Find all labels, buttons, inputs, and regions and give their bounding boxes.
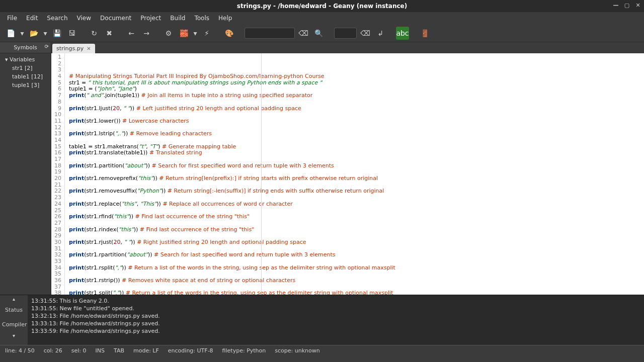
save-all-icon[interactable]: 🖫 [65, 27, 78, 40]
status-filetype[interactable]: filetype: Python [222, 347, 266, 354]
menu-project[interactable]: Project [136, 13, 165, 23]
goto-clear-icon[interactable]: ⌫ [359, 27, 372, 40]
status-ins[interactable]: INS [96, 347, 105, 354]
menu-document[interactable]: Document [96, 13, 135, 23]
symbol-item[interactable]: tuple1 [3] [1, 81, 50, 89]
menu-file[interactable]: File [3, 13, 21, 23]
scroll-down-icon[interactable]: ▾ [0, 332, 28, 339]
code-editor[interactable]: 1234567891011121314151617181920212223242… [51, 53, 644, 295]
color-chooser-icon[interactable]: 🎨 [222, 27, 235, 40]
close-file-icon[interactable]: ✖ [103, 27, 116, 40]
menu-help[interactable]: Help [214, 13, 236, 23]
reload-icon[interactable]: ↻ [88, 27, 101, 40]
refresh-icon[interactable]: ⟳ [45, 44, 49, 49]
nav-forward-icon[interactable]: → [140, 27, 153, 40]
build-dropdown[interactable]: ▾ [192, 27, 198, 40]
find-button-icon[interactable]: 🔍 [312, 27, 325, 40]
status-line: line: 4 / 50 [5, 347, 35, 354]
menu-search[interactable]: Search [43, 13, 71, 23]
log-line: 13:33:59: File /home/edward/strings.py s… [31, 327, 641, 335]
goto-button-icon[interactable]: ↲ [374, 27, 387, 40]
save-file-icon[interactable]: 💾 [50, 27, 63, 40]
bottom-tab-compiler[interactable]: Compiler [0, 317, 28, 332]
bottom-panel: ▴ Status Compiler ▾ 13:31:55: This is Ge… [0, 295, 644, 345]
sidebar-tab-symbols[interactable]: Symbols ⟳ [0, 42, 51, 53]
window-title: strings.py - /home/edward - Geany (new i… [237, 3, 407, 10]
log-line: 13:32:13: File /home/edward/strings.py s… [31, 312, 641, 320]
menu-edit[interactable]: Edit [22, 13, 42, 23]
bottom-tab-status[interactable]: Status [0, 303, 28, 317]
build-icon[interactable]: 🧱 [177, 27, 190, 40]
compile-icon[interactable]: ⚙ [162, 27, 175, 40]
status-scope: scope: unknown [275, 347, 319, 354]
message-log: 13:31:55: This is Geany 2.0.13:31:55: Ne… [28, 295, 644, 345]
find-clear-icon[interactable]: ⌫ [297, 27, 310, 40]
new-file-icon[interactable]: 📄 [4, 27, 17, 40]
log-line: 13:31:55: New file "untitled" opened. [31, 305, 641, 312]
status-tab[interactable]: TAB [114, 347, 124, 354]
editor-tabbar: strings.py ✕ [51, 42, 644, 53]
menu-view[interactable]: View [73, 13, 95, 23]
new-file-dropdown[interactable]: ▾ [19, 27, 25, 40]
status-sel: sel: 0 [71, 347, 87, 354]
symbol-item[interactable]: str1 [2] [1, 64, 50, 72]
log-line: 13:31:55: This is Geany 2.0. [31, 297, 641, 305]
tree-section-variables[interactable]: ▾ Variables [1, 55, 50, 64]
editor-tab[interactable]: strings.py ✕ [52, 44, 95, 53]
scroll-up-icon[interactable]: ▴ [0, 295, 28, 303]
sidebar: Symbols ⟳ ▾ Variables str1 [2]table1 [12… [0, 42, 51, 295]
titlebar: strings.py - /home/edward - Geany (new i… [0, 0, 644, 12]
check-syntax-icon[interactable]: abc [396, 27, 409, 40]
margin-line [261, 53, 262, 295]
minimize-icon[interactable]: — [612, 1, 620, 9]
status-encoding[interactable]: encoding: UTF-8 [168, 347, 213, 354]
status-col: col: 26 [44, 347, 62, 354]
statusbar: line: 4 / 50 col: 26 sel: 0 INS TAB mode… [0, 345, 644, 356]
line-gutter: 1234567891011121314151617181920212223242… [51, 53, 65, 295]
quit-icon[interactable]: 🚪 [418, 27, 431, 40]
log-line: 13:33:13: File /home/edward/strings.py s… [31, 320, 641, 327]
tab-label: strings.py [56, 45, 84, 52]
open-file-icon[interactable]: 📂 [27, 27, 40, 40]
goto-input[interactable] [334, 28, 357, 39]
open-file-dropdown[interactable]: ▾ [42, 27, 48, 40]
status-mode[interactable]: mode: LF [133, 347, 159, 354]
nav-back-icon[interactable]: ← [125, 27, 138, 40]
symbol-item[interactable]: table1 [12] [1, 72, 50, 81]
close-icon[interactable]: ✕ [634, 1, 642, 9]
menubar: FileEditSearchViewDocumentProjectBuildTo… [0, 12, 644, 24]
maximize-icon[interactable]: ▢ [623, 1, 631, 9]
tab-close-icon[interactable]: ✕ [87, 46, 91, 51]
find-input[interactable] [245, 28, 295, 39]
run-icon[interactable]: ⚡ [200, 27, 213, 40]
symbol-tree: ▾ Variables str1 [2]table1 [12]tuple1 [3… [0, 53, 51, 92]
menu-build[interactable]: Build [166, 13, 189, 23]
toolbar: 📄 ▾ 📂 ▾ 💾 🖫 ↻ ✖ ← → ⚙ 🧱 ▾ ⚡ 🎨 ⌫ 🔍 ⌫ ↲ ab… [0, 24, 644, 42]
code-text[interactable]: # Manipulating Strings Tutorial Part III… [65, 53, 644, 295]
menu-tools[interactable]: Tools [190, 13, 213, 23]
